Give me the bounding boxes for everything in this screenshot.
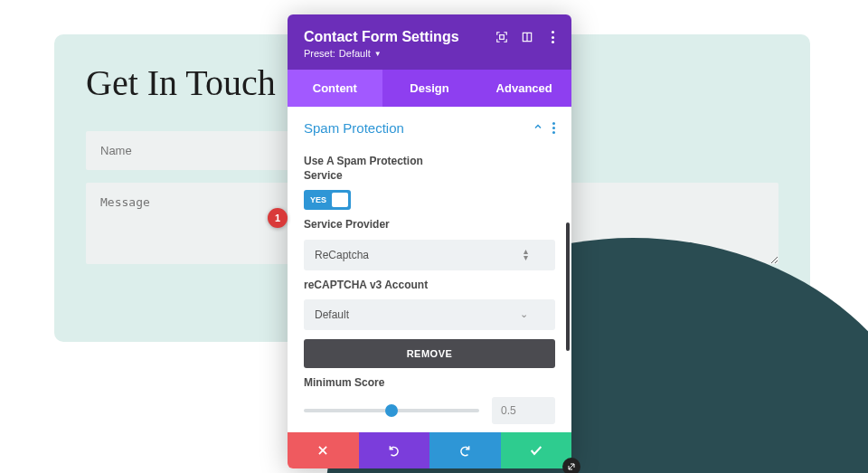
score-slider[interactable] <box>304 409 479 412</box>
section-actions <box>533 119 555 136</box>
preset-value: Default <box>339 48 371 59</box>
section-kebab-icon[interactable] <box>552 122 555 134</box>
svg-rect-0 <box>500 35 505 40</box>
provider-select[interactable]: ReCaptcha ▴▾ <box>304 240 555 270</box>
scrollbar[interactable] <box>566 222 570 351</box>
use-spam-label: Use A Spam Protection Service <box>304 154 439 183</box>
chevron-up-icon[interactable] <box>533 119 543 136</box>
toggle-yes-text: YES <box>310 195 326 204</box>
header-icons <box>495 31 559 43</box>
resize-handle[interactable] <box>562 458 580 473</box>
tab-advanced[interactable]: Advanced <box>476 70 571 107</box>
columns-icon[interactable] <box>521 31 533 43</box>
undo-button[interactable] <box>359 432 430 468</box>
modal-body: Spam Protection Use A Spam Protection Se… <box>288 107 571 432</box>
toggle-knob <box>332 193 348 207</box>
account-label: reCAPTCHA v3 Account <box>304 278 555 292</box>
settings-modal: Contact Form Settings Preset: Default ▼ … <box>288 14 571 468</box>
section-header[interactable]: Spam Protection <box>304 107 555 147</box>
chevron-down-icon: ▼ <box>374 50 382 58</box>
min-score-label: Minimum Score <box>304 375 555 390</box>
focus-icon[interactable] <box>495 31 508 43</box>
chevron-down-icon: ⌄ <box>520 308 528 320</box>
svg-line-5 <box>569 464 574 469</box>
redo-button[interactable] <box>429 432 501 468</box>
slider-thumb[interactable] <box>385 404 398 417</box>
preset-label: Preset: <box>304 48 335 59</box>
step-badge: 1 <box>268 208 288 228</box>
provider-value: ReCaptcha <box>315 249 369 261</box>
updown-icon: ▴▾ <box>524 249 528 260</box>
remove-button[interactable]: REMOVE <box>304 339 555 368</box>
section-title: Spam Protection <box>304 120 404 136</box>
provider-label: Service Provider <box>304 217 555 232</box>
account-select[interactable]: Default ⌄ <box>304 299 555 330</box>
tab-design[interactable]: Design <box>382 70 477 107</box>
tabs: Content Design Advanced <box>288 70 571 107</box>
confirm-button[interactable] <box>501 432 572 468</box>
tab-content[interactable]: Content <box>288 70 382 107</box>
preset-selector[interactable]: Preset: Default ▼ <box>304 48 555 59</box>
slider-row <box>304 397 555 424</box>
score-input[interactable] <box>492 397 555 424</box>
cancel-button[interactable] <box>288 432 359 468</box>
modal-header: Contact Form Settings Preset: Default ▼ <box>288 14 571 70</box>
account-value: Default <box>315 308 349 321</box>
spam-toggle[interactable]: YES <box>304 190 351 210</box>
modal-footer <box>288 432 571 468</box>
kebab-menu-icon[interactable] <box>546 31 559 43</box>
